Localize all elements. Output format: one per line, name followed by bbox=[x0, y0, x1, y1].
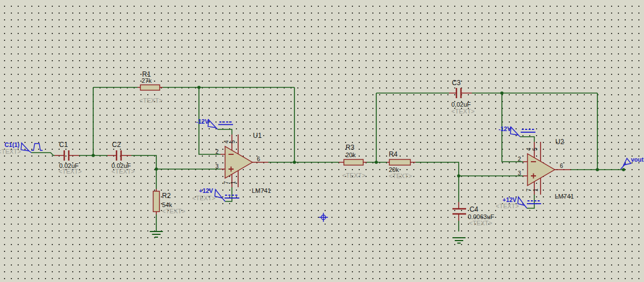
capacitor-c3[interactable]: C3 0,02uF <TEXT> bbox=[449, 79, 475, 115]
component-text-placeholder: <TEXT> bbox=[389, 172, 412, 179]
output-net-label: vout bbox=[631, 156, 644, 163]
wire[interactable] bbox=[520, 137, 534, 142]
ground-icon bbox=[452, 238, 466, 243]
opamp-triangle bbox=[225, 146, 252, 178]
pin-number-vneg: 4 bbox=[526, 148, 532, 151]
power-terminal-u1-vneg[interactable]: -12V bbox=[196, 118, 233, 129]
pin-number-os2: 5 bbox=[532, 148, 538, 151]
pin-number-vneg: 4 bbox=[223, 140, 230, 144]
pulse-waveform-icon bbox=[31, 144, 43, 150]
ground-icon bbox=[150, 232, 163, 237]
pin-number-vpos: 7 bbox=[526, 188, 532, 192]
junction-dot bbox=[293, 161, 296, 164]
power-label: -12V bbox=[498, 125, 511, 132]
terminal-text-placeholder: <TEXT> bbox=[192, 195, 215, 201]
component-ref: C3 bbox=[452, 79, 461, 87]
component-ref: C4 bbox=[470, 205, 479, 213]
component-text-placeholder: <TEXT> bbox=[59, 168, 82, 175]
component-text-placeholder: <TEXT> bbox=[111, 168, 135, 175]
component-part: LM741 bbox=[555, 193, 574, 200]
pin-number-os1: 1 bbox=[533, 188, 539, 192]
ground-symbol[interactable] bbox=[150, 232, 163, 237]
capacitor-plates bbox=[456, 88, 461, 98]
pin-number-os2: 5 bbox=[230, 140, 236, 144]
resistor-body bbox=[140, 85, 160, 91]
capacitor-plates bbox=[452, 209, 466, 214]
input-terminal-icon bbox=[21, 143, 31, 153]
wire[interactable] bbox=[225, 187, 232, 201]
ground-symbol[interactable] bbox=[452, 238, 466, 243]
power-terminal-icon bbox=[510, 127, 520, 137]
opamp-triangle bbox=[527, 154, 555, 186]
capacitor-c2[interactable]: C2 0.02uF <TEXT> bbox=[107, 141, 135, 175]
component-ref: U2 bbox=[555, 138, 564, 146]
pin-number-noninv: 3 bbox=[518, 170, 521, 176]
component-ref: C1 bbox=[59, 141, 68, 149]
opamp-u2[interactable]: 2 3 6 4 5 7 1 U2 LM741 bbox=[518, 138, 574, 200]
wire[interactable] bbox=[218, 129, 232, 134]
origin-marker bbox=[319, 213, 328, 222]
resistor-r2[interactable]: R2 54k <TEXT> bbox=[153, 189, 185, 214]
component-value: 27k bbox=[142, 77, 152, 84]
terminal-text-placeholder: <TEXT> bbox=[0, 148, 21, 155]
wire[interactable] bbox=[131, 155, 221, 169]
schematic-canvas[interactable]: C1 0.02uF <TEXT> C2 0.02uF <TEXT> R1 27k… bbox=[0, 0, 644, 282]
power-terminal-icon bbox=[215, 190, 225, 201]
opamp-u1[interactable]: 2 3 6 4 5 7 1 U1 LM741 bbox=[215, 132, 271, 194]
junction-dot bbox=[155, 167, 158, 171]
component-value: 0,02uF bbox=[451, 101, 471, 108]
power-terminal-icon bbox=[208, 120, 218, 129]
pin-number-inv: 2 bbox=[215, 149, 219, 155]
resistor-r4[interactable]: R4 20k <TEXT> bbox=[387, 150, 416, 179]
power-label: -12V bbox=[196, 118, 209, 125]
junction-dot bbox=[92, 154, 95, 157]
wire[interactable] bbox=[31, 153, 55, 155]
pin-number-out: 6 bbox=[257, 156, 260, 162]
resistor-body bbox=[153, 191, 160, 212]
resistor-body bbox=[389, 159, 410, 165]
component-ref: R3 bbox=[346, 144, 355, 151]
capacitor-plates bbox=[64, 150, 69, 161]
junction-dot bbox=[375, 161, 378, 164]
wire[interactable] bbox=[416, 162, 459, 176]
component-ref: C2 bbox=[112, 141, 121, 149]
resistor-body bbox=[344, 159, 363, 165]
resistor-r1[interactable]: R1 27k <TEXT> bbox=[138, 70, 163, 104]
pin-number-vpos: 7 bbox=[223, 181, 230, 184]
power-terminal-u2-vneg[interactable]: -12V bbox=[498, 125, 535, 137]
capacitor-plates bbox=[117, 150, 121, 161]
junction-dot bbox=[197, 86, 201, 89]
component-ref: R4 bbox=[389, 150, 398, 158]
component-ref: R2 bbox=[162, 192, 171, 200]
resistor-r3[interactable]: R3 20k <TEXT> bbox=[339, 144, 367, 179]
component-ref: U1 bbox=[253, 132, 262, 140]
component-text-placeholder: <TEXT> bbox=[162, 208, 185, 214]
wire[interactable] bbox=[527, 195, 534, 208]
schematic-svg: C1 0.02uF <TEXT> C2 0.02uF <TEXT> R1 27k… bbox=[0, 0, 644, 282]
output-terminal-icon bbox=[624, 158, 631, 165]
junction-dot bbox=[596, 168, 599, 171]
component-text-placeholder: <TEXT> bbox=[451, 108, 475, 115]
output-terminal-vout[interactable]: vout bbox=[621, 156, 644, 169]
component-text-placeholder: <TEXT> bbox=[342, 172, 365, 179]
junction-dot bbox=[457, 174, 460, 178]
power-label: +12V bbox=[199, 187, 213, 194]
origin-marker-icon bbox=[319, 213, 328, 222]
junction-dot bbox=[622, 168, 625, 171]
pin-number-noninv: 3 bbox=[215, 163, 219, 170]
component-text-placeholder: <TEXT> bbox=[139, 97, 163, 104]
pin-number-out: 6 bbox=[560, 163, 563, 169]
component-value: 20k bbox=[346, 151, 356, 158]
pin-number-os1: 1 bbox=[230, 181, 236, 184]
component-part: LM741 bbox=[252, 187, 271, 194]
pin-number-inv: 2 bbox=[518, 156, 521, 162]
component-text-placeholder: <TEXT> bbox=[469, 220, 492, 226]
power-terminal-icon bbox=[518, 197, 527, 208]
terminal-text-placeholder: <TEXT> bbox=[496, 203, 519, 209]
junction-dot bbox=[500, 91, 504, 95]
input-net-label: C1(1) bbox=[5, 141, 19, 148]
capacitor-c1[interactable]: C1 0.02uF <TEXT> bbox=[55, 141, 82, 175]
